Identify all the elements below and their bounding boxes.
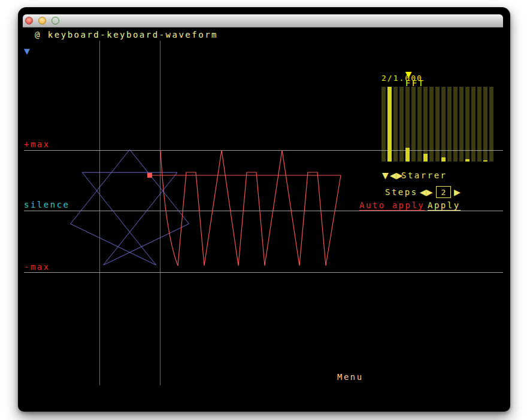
starrer-title: Starrer (401, 171, 447, 180)
steps-dec-inc-icons[interactable]: ◀▶ (420, 188, 433, 197)
steps-apply-icon[interactable]: ▶ (454, 188, 461, 197)
minus-max-label: -max (24, 263, 50, 272)
waveform-trace[interactable] (178, 150, 341, 266)
silence-label: silence (24, 200, 70, 209)
plus-max-label: +max (24, 140, 50, 149)
app-window: @ keyboard-keyboard-waveform ▼ +max sile… (18, 7, 510, 412)
auto-apply-link[interactable]: Auto apply (359, 201, 425, 211)
menu-button[interactable]: Menu (337, 373, 364, 382)
apply-link[interactable]: Apply (428, 201, 461, 211)
waveform-attack-curve[interactable] (160, 150, 178, 266)
page-title: @ keyboard-keyboard-waveform (35, 31, 218, 39)
steps-value-field[interactable]: 2 (436, 186, 451, 198)
starrer-collapse-icon[interactable]: ▼ (382, 171, 390, 180)
waveform-handle[interactable] (147, 173, 152, 178)
steps-label: Steps (385, 188, 418, 197)
fft-ratio-value: 2/1.000 (381, 74, 423, 83)
star-shape (71, 150, 189, 265)
chevron-down-icon[interactable]: ▼ (24, 47, 30, 56)
